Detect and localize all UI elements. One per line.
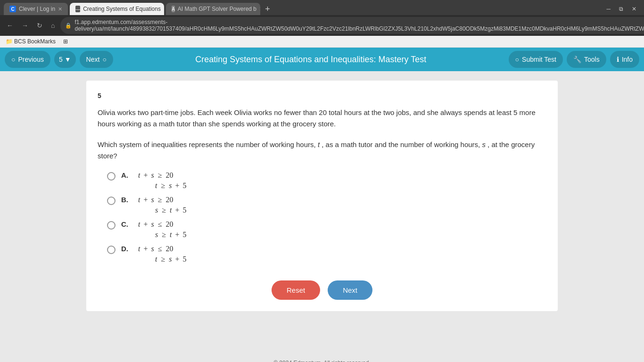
choice-c[interactable]: C. t + s ≤ 20 s ≥ (107, 220, 546, 239)
tools-button[interactable]: 🔧 Tools (567, 51, 606, 68)
bookmark-apps[interactable]: ⊞ (61, 37, 70, 46)
choice-c-radio[interactable] (107, 221, 116, 230)
var-t3: t (138, 196, 140, 204)
choice-d-math: t + s ≤ 20 t ≥ s + 5 (138, 245, 187, 263)
tab-edmentum-close[interactable]: ✕ (164, 6, 164, 12)
choice-b-line-1: t + s ≥ 20 (138, 196, 187, 204)
right-buttons: ○ Submit Test 🔧 Tools ℹ Info (509, 51, 639, 68)
address-bar: ← → ↻ ⌂ 🔒 f1.app.edmentum.com/assessment… (0, 15, 644, 36)
var-s5: s (151, 220, 154, 229)
choice-a-content: t + s ≥ 20 t ≥ s + 5 (138, 171, 187, 190)
forward-button[interactable]: → (19, 20, 31, 31)
back-button[interactable]: ← (4, 20, 16, 31)
var-s8: s (169, 255, 172, 263)
previous-button[interactable]: ○ Previous (5, 51, 50, 68)
choice-b-content: t + s ≥ 20 s ≥ t + 5 (138, 196, 187, 214)
copyright-text: © 2024 Edmentum. All rights reserved. (273, 360, 371, 362)
variable-s: s (482, 140, 486, 148)
choice-a-label: A. (121, 171, 132, 179)
num-20-2: 20 (166, 196, 173, 204)
geq-6: ≥ (159, 255, 167, 263)
tab-clever-close[interactable]: ✕ (58, 6, 62, 12)
tab-ai-close[interactable]: ✕ (259, 6, 260, 12)
choice-c-math: t + s ≤ 20 s ≥ t + 5 (138, 220, 187, 239)
info-icon: ℹ (617, 56, 619, 63)
geq-2: ≥ (159, 181, 167, 190)
tab-ai-label: AI Math GPT Solver Powered b (178, 6, 256, 12)
choice-a-radio[interactable] (107, 172, 116, 181)
apps-icon: ⊞ (63, 38, 68, 45)
next-button-top[interactable]: Next ○ (80, 51, 113, 68)
choice-b-radio[interactable] (107, 197, 116, 205)
choice-d[interactable]: D. t + s ≤ 20 t ≥ (107, 245, 546, 263)
reload-button[interactable]: ↻ (34, 20, 45, 31)
footer: © 2024 Edmentum. All rights reserved. (0, 354, 644, 362)
next-label-top: Next (86, 56, 100, 63)
var-s6: s (155, 230, 158, 239)
var-s2: s (169, 181, 172, 190)
submit-test-button[interactable]: ○ Submit Test (509, 51, 563, 68)
choice-c-label: C. (121, 220, 132, 228)
tab-ai[interactable]: A AI Math GPT Solver Powered b ✕ (166, 3, 260, 15)
bookmark-label: BCS BookMarks (14, 38, 56, 45)
var-s1: s (151, 171, 154, 180)
question-text-part1: Olivia works two part-time jobs. Each we… (98, 108, 536, 128)
geq-3: ≥ (156, 196, 164, 204)
question-selector[interactable]: 5 ▼ (54, 51, 76, 68)
plus-op-2: + (173, 181, 181, 190)
choice-b-label: B. (121, 196, 132, 204)
wrench-icon: 🔧 (573, 56, 581, 63)
variable-t: t (318, 140, 320, 148)
clever-favicon: C (9, 6, 16, 12)
restore-button[interactable]: ⧉ (615, 4, 627, 14)
edmentum-favicon: — (75, 6, 80, 12)
choice-c-content: t + s ≤ 20 s ≥ t + 5 (138, 220, 187, 239)
next-button-bottom[interactable]: Next (328, 280, 372, 300)
question-text-part2: Which system of inequalities represents … (98, 140, 316, 148)
choice-d-radio[interactable] (107, 246, 116, 254)
choice-a-line-2: t ≥ s + 5 (138, 181, 187, 190)
minimize-button[interactable]: ─ (603, 4, 614, 14)
choice-c-line-1: t + s ≤ 20 (138, 220, 187, 229)
var-t5: t (138, 220, 140, 229)
num-5-4: 5 (183, 255, 187, 263)
info-button[interactable]: ℹ Info (610, 51, 639, 68)
geq-1: ≥ (156, 171, 164, 180)
var-t6: t (170, 230, 172, 239)
info-label: Info (622, 56, 633, 63)
url-bar[interactable]: 🔒 f1.app.edmentum.com/assessments-delive… (60, 17, 644, 34)
tab-clever-label: Clever | Log in (19, 6, 55, 12)
geq-5: ≥ (160, 230, 168, 239)
reset-button[interactable]: Reset (272, 280, 320, 300)
tab-edmentum-label: Creating Systems of Equations (83, 6, 161, 12)
bookmark-bcs[interactable]: 📁 BCS BookMarks (4, 37, 58, 46)
close-button[interactable]: ✕ (628, 4, 640, 14)
choice-a[interactable]: A. t + s ≥ 20 t ≥ (107, 171, 546, 190)
bookmark-icon: 📁 (6, 38, 13, 45)
tab-edmentum[interactable]: — Creating Systems of Equations ✕ (70, 3, 164, 15)
home-button[interactable]: ⌂ (48, 20, 58, 31)
submit-label: Submit Test (522, 56, 556, 63)
window-controls: ─ ⧉ ✕ (603, 4, 640, 14)
chevron-down-icon: ▼ (65, 56, 71, 63)
geq-4: ≥ (160, 206, 168, 214)
choices-container: A. t + s ≥ 20 t ≥ (98, 171, 546, 263)
plus-op-6: + (173, 230, 181, 239)
num-5-1: 5 (183, 181, 187, 190)
new-tab-button[interactable]: + (262, 4, 273, 14)
tab-clever[interactable]: C Clever | Log in ✕ (4, 3, 68, 15)
num-20-1: 20 (166, 171, 173, 180)
var-t7: t (138, 245, 140, 253)
choice-c-line-2: s ≥ t + 5 (138, 230, 187, 239)
choice-d-line-1: t + s ≤ 20 (138, 245, 187, 253)
choice-b[interactable]: B. t + s ≥ 20 s ≥ (107, 196, 546, 214)
question-text-2: Which system of inequalities represents … (98, 139, 546, 162)
url-text: f1.app.edmentum.com/assessments-delivery… (74, 19, 644, 32)
plus-op-3: + (142, 196, 149, 204)
var-t8: t (155, 255, 157, 263)
submit-icon: ○ (515, 56, 519, 63)
leq-1: ≤ (156, 220, 164, 229)
var-s7: s (151, 245, 154, 253)
num-5-3: 5 (183, 230, 187, 239)
plus-op-5: + (142, 220, 149, 229)
